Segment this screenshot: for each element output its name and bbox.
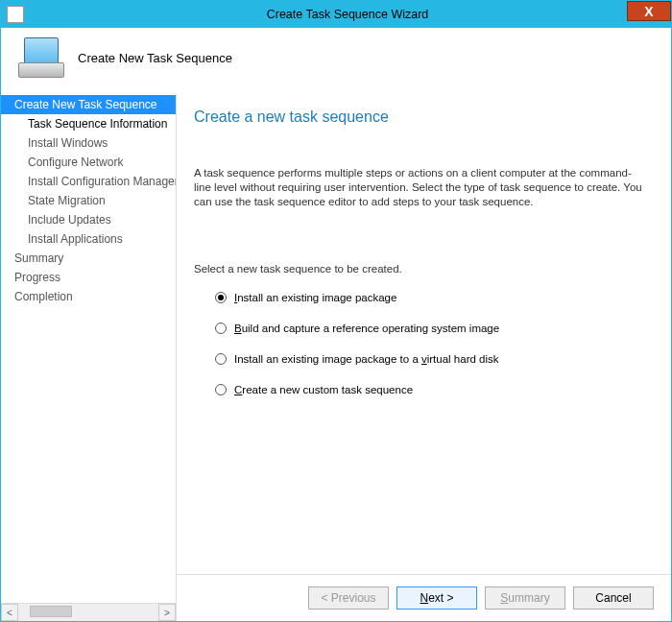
wizard-body: Create New Task SequenceTask Sequence In…: [1, 95, 671, 621]
wizard-window: Create Task Sequence Wizard X Create New…: [0, 0, 672, 622]
nav-item[interactable]: Install Windows: [1, 133, 176, 153]
radio-icon: [215, 292, 227, 303]
wizard-header: Create New Task Sequence: [1, 28, 671, 95]
content-pane: Create a new task sequence A task sequen…: [177, 95, 671, 621]
titlebar[interactable]: Create Task Sequence Wizard X: [1, 1, 671, 28]
radio-label: Create a new custom task sequence: [234, 384, 413, 395]
nav-item[interactable]: Task Sequence Information: [1, 114, 176, 133]
nav-item[interactable]: Install Configuration Manager: [1, 172, 176, 191]
scroll-thumb[interactable]: [30, 606, 72, 617]
nav-item[interactable]: State Migration: [1, 191, 176, 210]
nav-item[interactable]: Progress: [1, 268, 176, 287]
radio-option[interactable]: Install an existing image package: [194, 288, 646, 307]
select-prompt: Select a new task sequence to be created…: [194, 263, 646, 275]
nav-item[interactable]: Configure Network: [1, 153, 176, 172]
radio-icon: [215, 323, 227, 334]
system-icon: [7, 6, 24, 23]
nav-item[interactable]: Install Applications: [1, 229, 176, 249]
scroll-right-button[interactable]: >: [158, 604, 176, 621]
nav-item[interactable]: Create New Task Sequence: [1, 95, 176, 114]
scroll-left-button[interactable]: <: [1, 604, 18, 621]
radio-icon: [215, 384, 227, 395]
window-title: Create Task Sequence Wizard: [24, 8, 671, 21]
page-description: A task sequence performs multiple steps …: [194, 166, 646, 209]
radio-option[interactable]: Install an existing image package to a v…: [194, 349, 646, 369]
radio-label: Install an existing image package: [234, 292, 396, 303]
footer: < Previous Next > Summary Cancel: [177, 574, 671, 621]
sidebar-scrollbar[interactable]: < >: [1, 603, 176, 621]
radio-group: Install an existing image packageBuild a…: [194, 288, 646, 399]
previous-button[interactable]: < Previous: [308, 586, 389, 610]
monitor-icon: [18, 37, 64, 78]
next-button[interactable]: Next >: [396, 586, 477, 610]
nav-list: Create New Task SequenceTask Sequence In…: [1, 95, 176, 603]
radio-option[interactable]: Create a new custom task sequence: [194, 380, 646, 399]
radio-label: Build and capture a reference operating …: [234, 323, 499, 334]
nav-item[interactable]: Completion: [1, 287, 176, 306]
nav-item[interactable]: Summary: [1, 249, 176, 268]
header-title: Create New Task Sequence: [78, 51, 232, 65]
radio-icon: [215, 353, 227, 365]
page-heading: Create a new task sequence: [194, 108, 646, 126]
nav-item[interactable]: Include Updates: [1, 210, 176, 229]
scroll-track[interactable]: [18, 604, 158, 621]
sidebar: Create New Task SequenceTask Sequence In…: [1, 95, 177, 621]
cancel-button[interactable]: Cancel: [573, 586, 654, 610]
radio-option[interactable]: Build and capture a reference operating …: [194, 319, 646, 338]
summary-button[interactable]: Summary: [485, 586, 565, 610]
radio-label: Install an existing image package to a v…: [234, 353, 499, 365]
close-button[interactable]: X: [627, 1, 671, 21]
